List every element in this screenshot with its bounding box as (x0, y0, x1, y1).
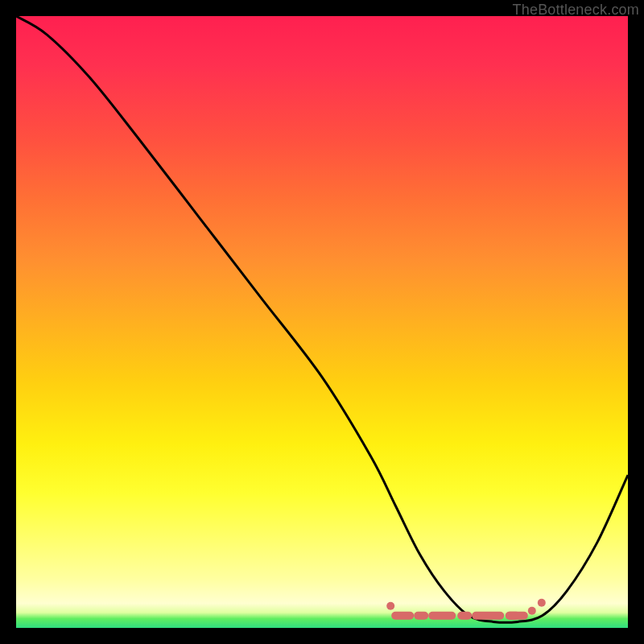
svg-point-7 (528, 607, 536, 615)
svg-point-9 (386, 602, 394, 610)
bottleneck-curve (16, 16, 628, 622)
low-bottleneck-band (386, 599, 546, 616)
curve-layer (16, 16, 628, 628)
bottleneck-chart: TheBottleneck.com (0, 0, 644, 644)
svg-point-8 (538, 599, 546, 607)
plot-area (16, 16, 628, 628)
